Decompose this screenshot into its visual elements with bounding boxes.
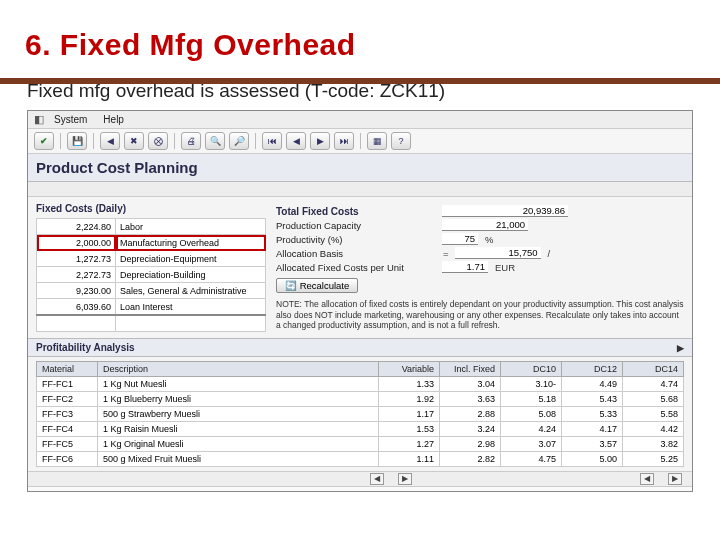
recalculate-button[interactable]: 🔄 Recalculate: [276, 278, 358, 293]
first-page-icon[interactable]: ⏮: [262, 132, 282, 150]
productivity-label: Productivity (%): [276, 234, 436, 245]
title-divider: [0, 78, 720, 84]
table-row: FF-FC3500 g Strawberry Muesli1.172.885.0…: [37, 407, 684, 422]
next-page-icon[interactable]: ▶: [310, 132, 330, 150]
scroll-right-icon[interactable]: ▶: [398, 473, 412, 485]
table-row: FF-FC41 Kg Raisin Muesli1.533.244.244.17…: [37, 422, 684, 437]
enter-icon[interactable]: ✔: [34, 132, 54, 150]
table-row: 2,224.80Labor: [37, 219, 266, 235]
alloc-value: 1.71: [442, 261, 488, 273]
prev-page-icon[interactable]: ◀: [286, 132, 306, 150]
total-fixed-header: Total Fixed Costs: [276, 206, 436, 217]
basis-eq: =: [442, 248, 449, 259]
exit-icon[interactable]: ✖: [124, 132, 144, 150]
find-next-icon[interactable]: 🔎: [229, 132, 249, 150]
print-icon[interactable]: 🖨: [181, 132, 201, 150]
horizontal-scrollbar[interactable]: ◀▶ ◀▶: [28, 471, 692, 486]
legend: Variable: The cost of raw materials to m…: [28, 486, 692, 492]
save-icon[interactable]: 💾: [67, 132, 87, 150]
alloc-label: Allocated Fixed Costs per Unit: [276, 262, 436, 273]
profitability-header: Profitability Analysis: [36, 342, 135, 353]
table-row: FF-FC51 Kg Original Muesli1.272.983.073.…: [37, 437, 684, 452]
basis-value: 15,750: [455, 247, 541, 259]
table-row: 2,000.00Manufacturing Overhead: [37, 235, 266, 251]
layout-icon[interactable]: ▦: [367, 132, 387, 150]
alloc-unit: EUR: [494, 262, 515, 273]
find-icon[interactable]: 🔍: [205, 132, 225, 150]
fixed-costs-header: Fixed Costs (Daily): [36, 203, 266, 214]
system-menu-icon[interactable]: ◧: [34, 113, 44, 126]
profitability-table: Material Description Variable Incl. Fixe…: [36, 361, 684, 467]
last-page-icon[interactable]: ⏭: [334, 132, 354, 150]
table-row: 2,272.73Depreciation-Building: [37, 267, 266, 283]
cancel-icon[interactable]: ⨂: [148, 132, 168, 150]
scroll-right-icon[interactable]: ▶: [668, 473, 682, 485]
menu-help[interactable]: Help: [97, 113, 130, 126]
capacity-value: 21,000: [442, 219, 528, 231]
toolbar: ✔ 💾 ◀ ✖ ⨂ 🖨 🔍 🔎 ⏮ ◀ ▶ ⏭ ▦ ?: [28, 129, 692, 154]
table-row: 1,272.73Depreciation-Equipment: [37, 251, 266, 267]
col-variable[interactable]: Variable: [379, 362, 440, 377]
col-material[interactable]: Material: [37, 362, 98, 377]
fixed-costs-table: 2,224.80Labor 2,000.00Manufacturing Over…: [36, 218, 266, 332]
productivity-input[interactable]: 75: [442, 233, 478, 245]
back-icon[interactable]: ◀: [100, 132, 120, 150]
sub-toolbar: [28, 182, 692, 197]
scroll-left-icon[interactable]: ◀: [640, 473, 654, 485]
sap-window: ◧ System Help ✔ 💾 ◀ ✖ ⨂ 🖨 🔍 🔎 ⏮ ◀ ▶ ⏭ ▦ …: [27, 110, 693, 492]
legend-variable: Variable: The cost of raw materials to m…: [38, 491, 682, 492]
scroll-left-icon[interactable]: ◀: [370, 473, 384, 485]
note-text: NOTE: The allocation of fixed costs is e…: [276, 299, 684, 331]
table-row: 6,039.60Loan Interest: [37, 299, 266, 316]
productivity-unit: %: [484, 234, 493, 245]
col-dc10[interactable]: DC10: [501, 362, 562, 377]
slide-title: 6. Fixed Mfg Overhead: [25, 28, 695, 62]
capacity-label: Production Capacity: [276, 220, 436, 231]
table-row: 9,230.00Sales, General & Administrative: [37, 283, 266, 299]
col-dc12[interactable]: DC12: [562, 362, 623, 377]
basis-label: Allocation Basis: [276, 248, 436, 259]
table-row: FF-FC6500 g Mixed Fruit Muesli1.112.824.…: [37, 452, 684, 467]
menu-system[interactable]: System: [48, 113, 93, 126]
help-icon[interactable]: ?: [391, 132, 411, 150]
total-fixed-value: 20,939.86: [442, 205, 568, 217]
table-row: FF-FC21 Kg Blueberry Muesli1.923.635.185…: [37, 392, 684, 407]
col-incl-fixed[interactable]: Incl. Fixed: [440, 362, 501, 377]
table-row: FF-FC11 Kg Nut Muesli1.333.043.10-4.494.…: [37, 377, 684, 392]
col-dc14[interactable]: DC14: [623, 362, 684, 377]
scroll-right-icon[interactable]: ▶: [677, 343, 684, 353]
screen-title: Product Cost Planning: [28, 154, 692, 182]
table-total-row: [37, 315, 266, 332]
menu-bar: ◧ System Help: [28, 111, 692, 129]
col-description[interactable]: Description: [98, 362, 379, 377]
